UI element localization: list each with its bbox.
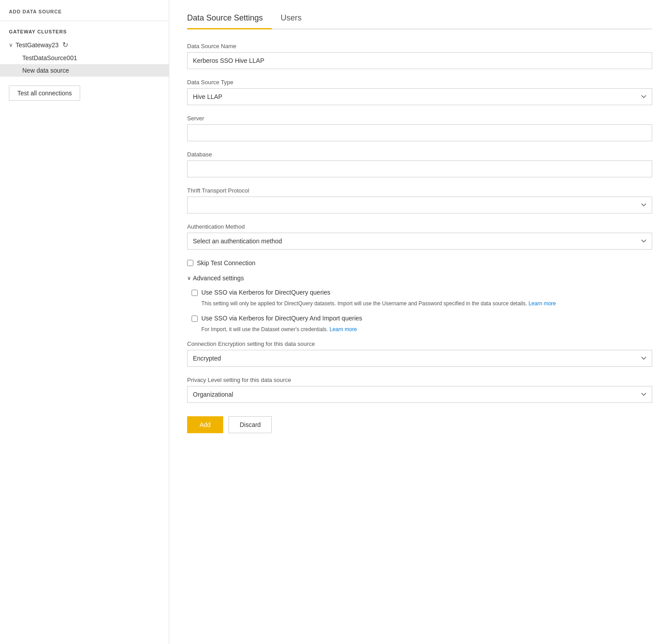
privacy-group: Privacy Level setting for this data sour… [187, 377, 652, 403]
encryption-label: Connection Encryption setting for this d… [187, 340, 652, 347]
add-button[interactable]: Add [187, 416, 223, 433]
datasource-label: TestDataSource001 [22, 54, 77, 62]
datasource-item-testdatasource[interactable]: TestDataSource001 [0, 52, 169, 64]
server-group: Server [187, 115, 652, 141]
sidebar-actions: Test all connections [0, 77, 169, 110]
sso-kerberos-dq-label[interactable]: Use SSO via Kerberos for DirectQuery que… [201, 289, 330, 296]
tab-users[interactable]: Users [281, 9, 310, 29]
server-label: Server [187, 115, 652, 122]
advanced-settings-header[interactable]: ∨ Advanced settings [187, 275, 652, 282]
data-source-type-select[interactable]: Hive LLAP [187, 88, 652, 105]
sso-kerberos-dq-import-group: Use SSO via Kerberos for DirectQuery And… [192, 315, 652, 322]
database-group: Database [187, 151, 652, 177]
sso-kerberos-dq-desc-text: This setting will only be applied for Di… [201, 300, 527, 307]
discard-button[interactable]: Discard [229, 416, 272, 433]
sso-kerberos-dq-group: Use SSO via Kerberos for DirectQuery que… [192, 289, 652, 296]
server-input[interactable] [187, 124, 652, 141]
sidebar: ADD DATA SOURCE GATEWAY CLUSTERS ∨ TestG… [0, 0, 169, 644]
thrift-select[interactable] [187, 197, 652, 213]
privacy-select[interactable]: Organizational None Private Public [187, 386, 652, 403]
privacy-label: Privacy Level setting for this data sour… [187, 377, 652, 383]
test-all-connections-button[interactable]: Test all connections [9, 86, 80, 101]
skip-test-connection-group: Skip Test Connection [187, 259, 652, 267]
skip-test-connection-label[interactable]: Skip Test Connection [197, 259, 255, 267]
auth-method-group: Authentication Method Select an authenti… [187, 223, 652, 250]
gateway-name: TestGateway23 [16, 41, 59, 49]
sso-kerberos-dq-learn-more-link[interactable]: Learn more [528, 300, 556, 307]
sso-kerberos-dq-import-desc: For Import, it will use the Dataset owne… [201, 325, 652, 333]
datasource-item-newdatasource[interactable]: New data source [0, 64, 169, 77]
encryption-select[interactable]: Encrypted Not Encrypted None [187, 350, 652, 367]
chevron-down-icon: ∨ [9, 42, 13, 48]
thrift-label: Thrift Transport Protocol [187, 187, 652, 194]
data-source-name-input[interactable] [187, 52, 652, 69]
sidebar-header: ADD DATA SOURCE [0, 9, 169, 21]
tab-data-source-settings[interactable]: Data Source Settings [187, 9, 272, 29]
advanced-settings-label: Advanced settings [193, 275, 244, 282]
sso-kerberos-dq-import-desc-text: For Import, it will use the Dataset owne… [201, 326, 328, 332]
sso-kerberos-dq-import-checkbox[interactable] [192, 316, 198, 322]
datasource-label: New data source [22, 67, 69, 74]
sso-kerberos-dq-checkbox[interactable] [192, 290, 198, 296]
sync-icon: ↻ [62, 41, 68, 49]
database-label: Database [187, 151, 652, 158]
data-source-name-label: Data Source Name [187, 43, 652, 49]
form-actions: Add Discard [187, 416, 652, 433]
data-source-name-group: Data Source Name [187, 43, 652, 69]
auth-method-select[interactable]: Select an authentication method [187, 233, 652, 250]
encryption-group: Connection Encryption setting for this d… [187, 340, 652, 367]
gateway-item[interactable]: ∨ TestGateway23 ↻ [0, 38, 169, 52]
sso-kerberos-dq-import-learn-more-link[interactable]: Learn more [330, 326, 357, 332]
gateway-clusters-label: GATEWAY CLUSTERS [0, 21, 169, 38]
auth-method-label: Authentication Method [187, 223, 652, 230]
chevron-down-icon: ∨ [187, 275, 191, 281]
data-source-type-group: Data Source Type Hive LLAP [187, 79, 652, 105]
skip-test-connection-checkbox[interactable] [187, 260, 193, 266]
thrift-group: Thrift Transport Protocol [187, 187, 652, 213]
sso-kerberos-dq-import-label[interactable]: Use SSO via Kerberos for DirectQuery And… [201, 315, 362, 322]
tabs: Data Source Settings Users [187, 9, 652, 29]
database-input[interactable] [187, 160, 652, 177]
data-source-type-label: Data Source Type [187, 79, 652, 86]
main-content: Data Source Settings Users Data Source N… [169, 0, 670, 644]
sso-kerberos-dq-desc: This setting will only be applied for Di… [201, 299, 652, 308]
advanced-settings-content: Use SSO via Kerberos for DirectQuery que… [187, 289, 652, 333]
